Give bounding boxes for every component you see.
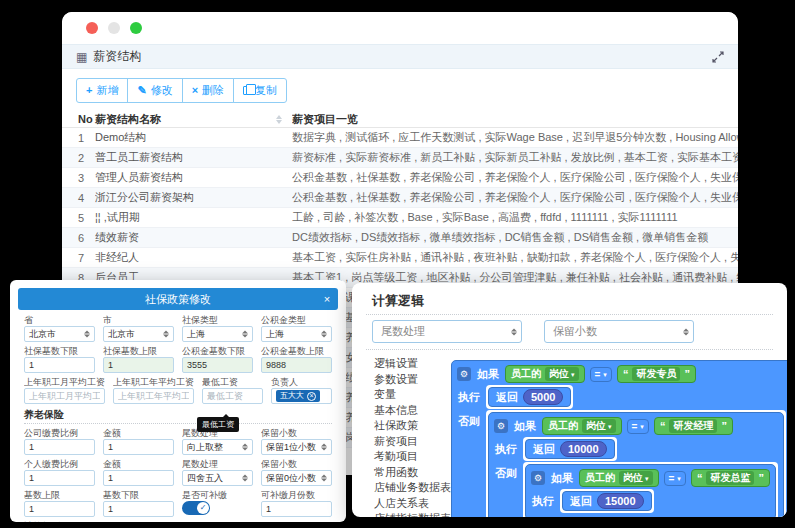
social-base-lower-input[interactable] [24,357,95,373]
modal-close-icon[interactable]: × [316,293,338,305]
zoom-window-button[interactable] [130,22,142,34]
row-name: 非经纪人 [95,250,292,265]
company-decimals-select[interactable]: 保留1位小数 [261,439,332,455]
can-repay-toggle[interactable]: ✓ [182,501,210,515]
last-year-month-avg-input[interactable] [24,388,105,404]
copy-button[interactable]: 复制 [233,78,287,103]
fund-base-lower-input[interactable] [182,357,253,373]
return-value[interactable]: 10000 [560,441,607,457]
delete-button[interactable]: × 删除 [182,78,234,103]
select-arrows-icon [511,328,517,335]
fund-type-select[interactable]: 上海 [261,326,332,342]
return-value[interactable]: 5000 [523,389,563,405]
condition-block[interactable]: 员工的 岗位▾ [542,417,622,435]
string-value[interactable]: 研发总监 [706,471,754,485]
repay-months-input[interactable] [261,501,332,517]
minimize-window-button[interactable] [108,22,120,34]
social-type-select[interactable]: 上海 [182,326,253,342]
condition-block[interactable]: 员工的 岗位▾ [505,365,585,383]
fund-base-upper-input[interactable] [261,357,332,373]
personal-decimals-select[interactable]: 保留0位小数 [261,470,332,486]
string-value[interactable]: 研发专员 [632,367,680,381]
logic-menu-item[interactable]: 变量 [374,387,451,403]
table-grid-icon: ▦ [76,51,87,63]
select-arrows-icon [683,328,689,335]
if-block-level-3[interactable]: ⚙ 如果 员工的 岗位▾ =▾ [525,464,776,517]
expand-icon[interactable] [712,51,724,63]
return-block[interactable]: 返回 5000 [488,387,571,407]
field-dropdown[interactable]: 岗位▾ [582,419,616,433]
logic-menu-item[interactable]: 考勤项目 [374,449,451,465]
operator-dropdown[interactable]: =▾ [590,367,612,382]
column-no: No [62,113,95,125]
operator-dropdown[interactable]: =▾ [627,419,649,434]
city-select[interactable]: 北京市 [103,326,174,342]
blockly-canvas[interactable]: ⚙ 如果 员工的 岗位▾ =▾ “ 研发专员 ” 执行 [451,356,787,517]
close-window-button[interactable] [86,22,98,34]
rounding-select[interactable]: 尾数处理 [372,320,522,343]
field-dropdown[interactable]: 岗位▾ [619,471,653,485]
divider [366,349,773,350]
row-name: 普工员工薪资结构 [95,150,292,165]
return-block[interactable]: 返回 15000 [562,491,652,511]
table-row[interactable]: 1 Demo结构 数据字典 , 测试循环 , 应工作天数测试 , 实际Wage … [62,128,738,148]
table-row[interactable]: 2 普工员工薪资结构 薪资标准 , 实际薪资标准 , 新员工补贴 , 实际新员工… [62,148,738,168]
condition-block[interactable]: 员工的 岗位▾ [579,469,659,487]
column-name[interactable]: 薪资结构名称 [95,112,292,127]
field-dropdown[interactable]: 岗位▾ [545,367,579,381]
min-wage-tooltip: 最低工资 [197,417,239,432]
decimals-select[interactable]: 保留小数 [544,320,694,343]
logic-menu-item[interactable]: 参数设置 [374,372,451,388]
personal-amount-input[interactable] [103,470,174,486]
table-row[interactable]: 5 ¦¦ ,试用期 工龄 , 司龄 , 补签次数 , Base , 实际Base… [62,208,738,228]
last-year-year-avg-input[interactable] [113,388,194,404]
modal-title: 社保政策修改 [40,292,316,307]
operator-dropdown[interactable]: =▾ [664,471,686,486]
return-block[interactable]: 返回 10000 [525,439,615,459]
min-wage-input[interactable] [202,388,263,404]
company-rounding-select[interactable]: 向上取整 [182,439,253,455]
return-value[interactable]: 15000 [597,493,644,509]
gear-icon[interactable]: ⚙ [494,419,508,433]
logic-menu-item[interactable]: 逻辑设置 [374,356,451,372]
logic-menu-item[interactable]: 人店关系表 [374,496,451,512]
string-block[interactable]: “ 研发经理 ” [654,417,733,435]
table-row[interactable]: 6 绩效薪资 DC绩效指标 , DS绩效指标 , 微单绩效指标 , DC销售金额… [62,228,738,248]
base-upper-input[interactable] [24,501,95,517]
sort-icon[interactable] [276,115,282,124]
social-base-upper-input[interactable] [103,357,174,373]
province-select[interactable]: 北京市 [24,326,95,342]
row-items: 公积金基数 , 社保基数 , 养老保险公司 , 养老保险个人 , 医疗保险公司 … [292,190,738,205]
row-no: 1 [62,132,95,144]
company-ratio-input[interactable] [24,439,95,455]
base-lower-input[interactable] [103,501,174,517]
logic-menu-item[interactable]: 薪资项目 [374,434,451,450]
logic-menu-item[interactable]: 店铺指标数据表 [374,511,451,517]
remove-tag-icon[interactable]: × [307,392,316,401]
string-block[interactable]: “ 研发总监 ” [691,469,770,487]
if-block-level-1[interactable]: ⚙ 如果 员工的 岗位▾ =▾ “ 研发专员 ” 执行 [451,360,787,517]
social-policy-modal: 社保政策修改 × 省 北京市 市 北京市 社保类型 上海 公积金类型 上海 社保… [10,280,346,522]
select-arrows-icon [84,331,90,338]
logic-menu-item[interactable]: 基本信息 [374,403,451,419]
add-button[interactable]: + 新增 [76,78,128,103]
row-name: ¦¦ ,试用期 [95,210,292,225]
table-row[interactable]: 7 非经纪人 基本工资 , 实际住房补贴 , 通讯补贴 , 夜班补贴 , 缺勤扣… [62,248,738,268]
table-row[interactable]: 3 管理人员薪资结构 公积金基数 , 社保基数 , 养老保险公司 , 养老保险个… [62,168,738,188]
gear-icon[interactable]: ⚙ [531,471,545,485]
gear-icon[interactable]: ⚙ [457,367,471,381]
logic-menu-item[interactable]: 店铺业务数据表 [374,480,451,496]
company-amount-input[interactable] [103,439,174,455]
logic-menu-item[interactable]: 社保政策 [374,418,451,434]
logic-menu: 逻辑设置参数设置变量基本信息社保政策薪资项目考勤项目常用函数店铺业务数据表人店关… [366,356,451,517]
divider [366,314,773,315]
string-block[interactable]: “ 研发专员 ” [617,365,696,383]
string-value[interactable]: 研发经理 [669,419,717,433]
table-row[interactable]: 4 浙江分公司薪资架构 公积金基数 , 社保基数 , 养老保险公司 , 养老保险… [62,188,738,208]
manager-input[interactable]: 五大大× [271,388,332,404]
personal-rounding-select[interactable]: 四舍五入 [182,470,253,486]
logic-menu-item[interactable]: 常用函数 [374,465,451,481]
personal-ratio-input[interactable] [24,470,95,486]
if-block-level-2[interactable]: ⚙ 如果 员工的 岗位▾ =▾ “ 研发经理 ” [488,412,784,517]
edit-button[interactable]: ✎ 修改 [127,78,182,103]
